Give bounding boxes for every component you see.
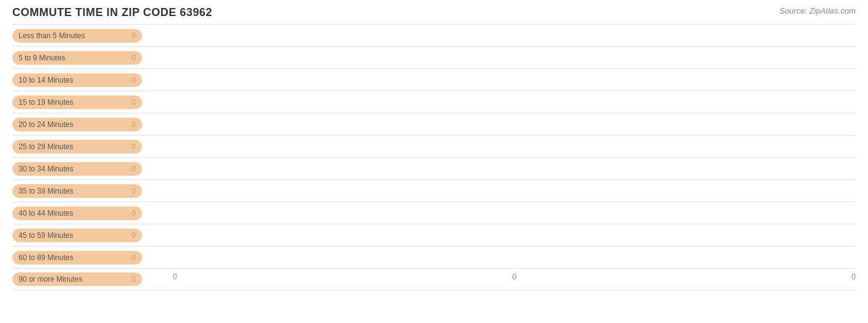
bar-label-pill: 25 to 29 Minutes0 — [12, 140, 142, 153]
bar-value: 0 — [131, 165, 136, 173]
bars-wrapper: Less than 5 Minutes05 to 9 Minutes010 to… — [12, 24, 856, 270]
bar-label-text: 90 or more Minutes — [19, 275, 82, 284]
bar-row: 25 to 29 Minutes0 — [12, 135, 856, 157]
bar-row: 5 to 9 Minutes0 — [12, 46, 856, 68]
bar-row: 15 to 19 Minutes0 — [12, 91, 856, 113]
bar-row: 10 to 14 Minutes0 — [12, 68, 856, 91]
bar-row: 20 to 24 Minutes0 — [12, 113, 856, 135]
bar-value: 0 — [131, 142, 136, 151]
chart-container: COMMUTE TIME IN ZIP CODE 63962 Source: Z… — [0, 0, 868, 323]
bar-row: Less than 5 Minutes0 — [12, 24, 856, 46]
bar-label-text: 30 to 34 Minutes — [19, 165, 73, 173]
bar-value: 0 — [131, 120, 136, 129]
bar-value: 0 — [131, 187, 136, 195]
bar-label-text: 20 to 24 Minutes — [19, 120, 73, 129]
bar-label-text: 25 to 29 Minutes — [19, 142, 73, 151]
bar-track — [173, 136, 856, 157]
bar-value: 0 — [131, 54, 136, 62]
bar-row: 40 to 44 Minutes0 — [12, 202, 856, 224]
bar-track — [173, 247, 856, 268]
bar-label-container: Less than 5 Minutes0 — [12, 29, 173, 43]
bar-track — [173, 25, 856, 46]
bar-value: 0 — [131, 275, 136, 284]
bar-value: 0 — [131, 76, 136, 84]
bar-label-container: 40 to 44 Minutes0 — [12, 206, 173, 220]
bar-row: 45 to 59 Minutes0 — [12, 224, 856, 246]
bar-label-pill: 15 to 19 Minutes0 — [12, 96, 142, 109]
bar-value: 0 — [131, 31, 136, 40]
bar-label-container: 60 to 89 Minutes0 — [12, 251, 173, 264]
bar-row: 35 to 39 Minutes0 — [12, 179, 856, 202]
bar-track — [173, 158, 856, 179]
bar-track — [173, 91, 856, 113]
bar-label-pill: 45 to 59 Minutes0 — [12, 229, 142, 242]
bar-row: 30 to 34 Minutes0 — [12, 157, 856, 179]
bar-label-pill: 30 to 34 Minutes0 — [12, 162, 142, 176]
bar-value: 0 — [131, 231, 136, 240]
bar-label-text: 5 to 9 Minutes — [19, 54, 65, 62]
bar-track — [173, 269, 856, 290]
bar-track — [173, 180, 856, 202]
bar-label-container: 45 to 59 Minutes0 — [12, 229, 173, 242]
bar-label-container: 5 to 9 Minutes0 — [12, 51, 173, 65]
bar-label-text: Less than 5 Minutes — [19, 31, 85, 40]
bar-label-pill: 20 to 24 Minutes0 — [12, 118, 142, 131]
bar-label-container: 15 to 19 Minutes0 — [12, 96, 173, 109]
bar-value: 0 — [131, 98, 136, 107]
bar-label-pill: Less than 5 Minutes0 — [12, 29, 142, 43]
bar-label-container: 10 to 14 Minutes0 — [12, 73, 173, 87]
bar-label-container: 35 to 39 Minutes0 — [12, 184, 173, 198]
bar-track — [173, 113, 856, 135]
bar-track — [173, 202, 856, 224]
bar-label-pill: 40 to 44 Minutes0 — [12, 206, 142, 220]
bar-track — [173, 47, 856, 68]
bar-track — [173, 69, 856, 91]
bar-label-container: 20 to 24 Minutes0 — [12, 118, 173, 131]
chart-title: COMMUTE TIME IN ZIP CODE 63962 — [12, 6, 856, 19]
bar-label-text: 10 to 14 Minutes — [19, 76, 73, 84]
bar-label-pill: 90 or more Minutes0 — [12, 272, 142, 286]
bar-value: 0 — [131, 209, 136, 218]
chart-area: Less than 5 Minutes05 to 9 Minutes010 to… — [12, 24, 856, 285]
bar-label-pill: 60 to 89 Minutes0 — [12, 251, 142, 264]
bar-label-pill: 35 to 39 Minutes0 — [12, 184, 142, 198]
bar-label-container: 25 to 29 Minutes0 — [12, 140, 173, 153]
bar-label-text: 45 to 59 Minutes — [19, 231, 73, 240]
bar-track — [173, 224, 856, 246]
bar-label-pill: 10 to 14 Minutes0 — [12, 73, 142, 87]
bar-value: 0 — [131, 253, 136, 262]
bar-label-text: 40 to 44 Minutes — [19, 209, 73, 218]
bar-label-text: 15 to 19 Minutes — [19, 98, 73, 107]
bar-label-text: 60 to 89 Minutes — [19, 253, 73, 262]
bar-label-container: 90 or more Minutes0 — [12, 272, 173, 286]
bar-label-text: 35 to 39 Minutes — [19, 187, 73, 195]
bar-label-pill: 5 to 9 Minutes0 — [12, 51, 142, 65]
bar-label-container: 30 to 34 Minutes0 — [12, 162, 173, 176]
source-label: Source: ZipAtlas.com — [779, 6, 856, 15]
bar-row: 90 or more Minutes0 — [12, 268, 856, 290]
bar-row: 60 to 89 Minutes0 — [12, 246, 856, 268]
